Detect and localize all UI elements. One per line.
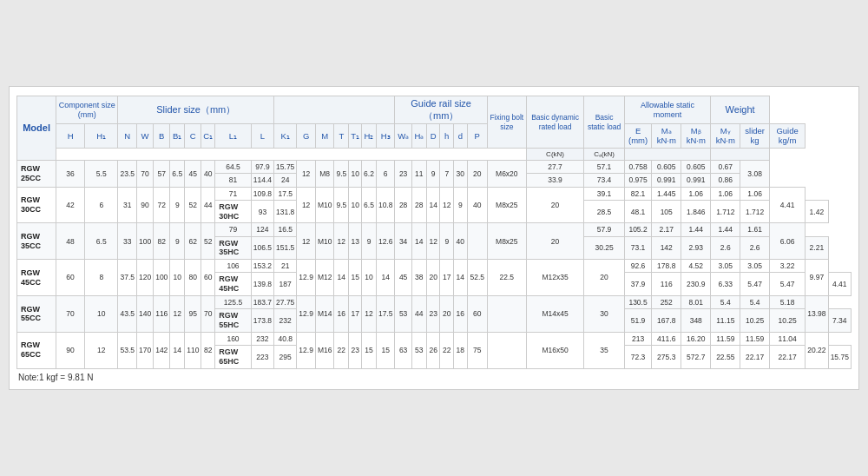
col-n: N xyxy=(118,123,137,148)
col-h1: H₁ xyxy=(85,123,118,148)
dyn-load: 27.7 xyxy=(526,161,583,174)
sta-load-2: 73.4 xyxy=(584,174,625,187)
col-l1: L₁ xyxy=(215,123,252,148)
col-l: L xyxy=(251,123,273,148)
col-d: D xyxy=(426,123,440,148)
dim-c1: 40 xyxy=(201,161,215,187)
table-row: RGW 25CC 36 5.5 23.5 70 57 6.5 45 40 64.… xyxy=(17,161,852,174)
col-e: E (mm) xyxy=(624,123,651,148)
mc-val-2: 0.991 xyxy=(681,174,711,187)
col-h2: H₂ xyxy=(362,123,377,148)
dim-ha: 11 xyxy=(411,161,426,187)
table-row: RGW 45CC 60837.5120100108060 106153.221 … xyxy=(17,260,852,273)
header-row-3: C(kN) Cₐ(kN) xyxy=(17,148,852,161)
col-b: B xyxy=(154,123,170,148)
model-rgw45cc: RGW 45CC xyxy=(17,260,56,296)
ma-val: 0.758 xyxy=(624,161,651,174)
col-c1: C₁ xyxy=(201,123,215,148)
col-t1: T₁ xyxy=(349,123,362,148)
dim-k1: 15.75 xyxy=(274,161,297,174)
model-rgw30hc: RGW 30HC xyxy=(215,200,252,223)
sta-load: 57.1 xyxy=(584,161,625,174)
col-weight-unit xyxy=(711,148,770,161)
dyn-load-2: 33.9 xyxy=(526,174,583,187)
dim-d: 9 xyxy=(426,161,440,187)
model-rgw55hc: RGW 55HC xyxy=(215,309,252,333)
col-ha: Hₐ xyxy=(411,123,426,148)
ws-val-2: 0.86 xyxy=(711,174,740,187)
table-row: RGW 30CC 42631907295244 71109.817.5 12M1… xyxy=(17,187,852,200)
dim-h2: 6.2 xyxy=(362,161,377,187)
model-rgw35cc: RGW 35CC xyxy=(17,223,56,260)
col-h3: H₃ xyxy=(376,123,395,148)
dim-p: 20 xyxy=(467,161,487,187)
dim-h1: 5.5 xyxy=(85,161,118,187)
col-dynamic: Basic dynamic rated load xyxy=(526,96,583,148)
wg-val: 3.08 xyxy=(740,161,770,187)
specs-table: Model Component size (mm) Slider size（mm… xyxy=(16,96,852,368)
col-wa: Wₐ xyxy=(395,123,411,148)
dim-l-2: 114.4 xyxy=(251,174,273,187)
dim-t: 9.5 xyxy=(334,161,349,187)
col-c: C xyxy=(185,123,201,148)
dim-l: 97.9 xyxy=(251,161,273,174)
col-wg: Guide kg/m xyxy=(769,123,805,148)
model-rgw65cc: RGW 65CC xyxy=(17,332,56,368)
dim-b1: 6.5 xyxy=(170,161,185,187)
model-rgw45hc: RGW 45HC xyxy=(215,273,252,296)
col-slider-size: Slider size（mm） xyxy=(118,96,274,123)
header-row-1: Model Component size (mm) Slider size（mm… xyxy=(17,96,852,123)
dim-k1-2: 24 xyxy=(274,174,297,187)
col-allowable: Allowable static moment xyxy=(624,96,710,123)
dim-t1: 10 xyxy=(349,161,362,187)
model-rgw55cc: RGW 55CC xyxy=(17,295,56,332)
table-body: RGW 25CC 36 5.5 23.5 70 57 6.5 45 40 64.… xyxy=(17,161,852,368)
dim-d-rail: 30 xyxy=(454,161,468,187)
dim-m: M8 xyxy=(315,161,334,187)
dim-c: 45 xyxy=(185,161,201,187)
col-k1: K₁ xyxy=(274,123,297,148)
col-mb: Mᵦ kN·m xyxy=(681,123,711,148)
dim-bolt: M6x20 xyxy=(487,161,526,187)
table-row: RGW 65CC 901253.51701421411082 16023240.… xyxy=(17,332,852,345)
col-static: Basic static load xyxy=(584,96,625,148)
col-ma: Mₐ kN·m xyxy=(652,123,681,148)
dim-w: 70 xyxy=(136,161,153,187)
model-rgw65hc: RGW 65HC xyxy=(215,345,252,368)
dim-l1: 64.5 xyxy=(215,161,252,174)
dim-h3: 6 xyxy=(376,161,395,187)
dim-g: 12 xyxy=(297,161,316,187)
col-slider-size-2 xyxy=(274,96,395,123)
col-bolt: Fixing bolt size xyxy=(487,96,526,148)
mc-val: 0.605 xyxy=(681,161,711,174)
model-rgw35hc: RGW 35HC xyxy=(215,236,252,260)
mb-val-2: 0.991 xyxy=(652,174,681,187)
col-model: Model xyxy=(17,96,56,161)
dim-h: 36 xyxy=(56,161,85,187)
col-dyn-unit: C(kN) xyxy=(526,148,583,161)
col-b1: B₁ xyxy=(170,123,185,148)
table-row: RGW 55CC 701043.5140116129570 125.5183.7… xyxy=(17,295,852,308)
note-text: Note:1 kgf = 9.81 N xyxy=(16,373,852,382)
dim-l1-2: 81 xyxy=(215,174,252,187)
ws-val: 0.67 xyxy=(711,161,740,174)
model-rgw30cc: RGW 30CC xyxy=(17,187,56,223)
col-h-rail: h xyxy=(440,123,454,148)
ma-val-2: 0.975 xyxy=(624,174,651,187)
col-weight: Weight xyxy=(711,96,770,123)
dim-wa: 23 xyxy=(395,161,411,187)
col-t: T xyxy=(334,123,349,148)
dim-h-rail: 7 xyxy=(440,161,454,187)
dim-b: 57 xyxy=(154,161,170,187)
col-units-note xyxy=(56,148,527,161)
dim-n: 23.5 xyxy=(118,161,137,187)
header-row-2: H H₁ N W B B₁ C C₁ L₁ L K₁ G M T T₁ H₂ H… xyxy=(17,123,852,148)
model-rgw25cc: RGW 25CC xyxy=(17,161,56,187)
col-p: P xyxy=(467,123,487,148)
main-container: Model Component size (mm) Slider size（mm… xyxy=(9,86,859,389)
col-g: G xyxy=(297,123,316,148)
col-ws: slider kg xyxy=(740,123,770,148)
col-guide-rail: Guide rail size（mm） xyxy=(395,96,487,123)
col-d-rail: d xyxy=(454,123,468,148)
col-mc: Mᵧ kN·m xyxy=(711,123,740,148)
